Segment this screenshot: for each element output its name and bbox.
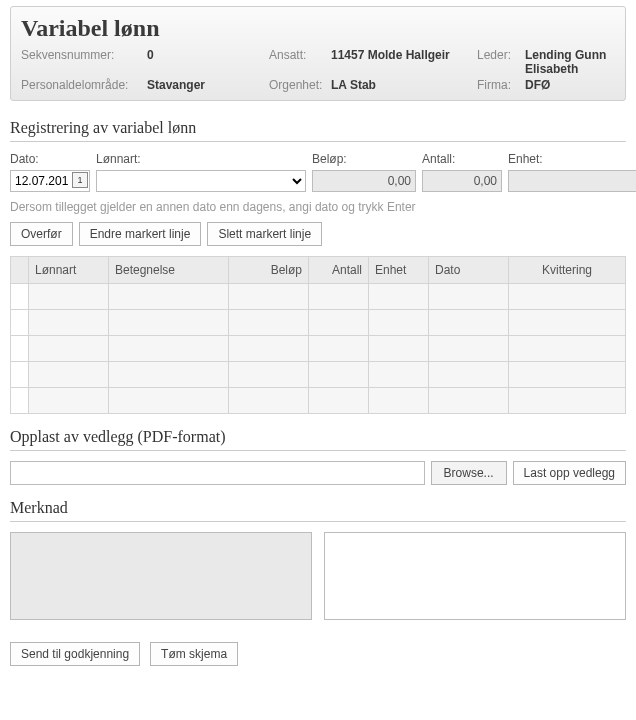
leader-label: Leder: — [477, 48, 519, 76]
amount-label: Beløp: — [312, 152, 416, 166]
date-label: Dato: — [10, 152, 90, 166]
col-unit: Enhet — [369, 257, 429, 284]
delete-line-button[interactable]: Slett markert linje — [207, 222, 322, 246]
table-row[interactable] — [11, 362, 626, 388]
calendar-icon[interactable]: 1 — [72, 172, 88, 188]
col-wage-type: Lønnart — [29, 257, 109, 284]
note-input-box[interactable] — [324, 532, 626, 620]
upload-button[interactable]: Last opp vedlegg — [513, 461, 626, 485]
seq-value: 0 — [147, 48, 154, 76]
lines-table: Lønnart Betegnelse Beløp Antall Enhet Da… — [10, 256, 626, 414]
note-title: Merknad — [10, 499, 626, 522]
table-row[interactable] — [11, 284, 626, 310]
employee-label: Ansatt: — [269, 48, 325, 76]
browse-button[interactable]: Browse... — [431, 461, 507, 485]
amount-input[interactable] — [312, 170, 416, 192]
page-title: Variabel lønn — [21, 15, 615, 42]
table-row[interactable] — [11, 388, 626, 414]
area-label: Personaldelområde: — [21, 78, 141, 92]
upload-title: Opplast av vedlegg (PDF-format) — [10, 428, 626, 451]
unit-input[interactable] — [508, 170, 636, 192]
unit-label: Enhet: — [508, 152, 636, 166]
quantity-label: Antall: — [422, 152, 502, 166]
col-date: Dato — [429, 257, 509, 284]
table-row[interactable] — [11, 336, 626, 362]
upload-path-input[interactable] — [10, 461, 425, 485]
table-row[interactable] — [11, 310, 626, 336]
registration-hint: Dersom tillegget gjelder en annen dato e… — [10, 200, 626, 214]
orgunit-value: LA Stab — [331, 78, 376, 92]
col-select — [11, 257, 29, 284]
orgunit-label: Orgenhet: — [269, 78, 325, 92]
registration-title: Registrering av variabel lønn — [10, 119, 626, 142]
leader-value: Lending Gunn Elisabeth — [525, 48, 615, 76]
submit-button[interactable]: Send til godkjenning — [10, 642, 140, 666]
edit-line-button[interactable]: Endre markert linje — [79, 222, 202, 246]
area-value: Stavanger — [147, 78, 205, 92]
note-readonly-box — [10, 532, 312, 620]
company-label: Firma: — [477, 78, 519, 92]
company-value: DFØ — [525, 78, 550, 92]
transfer-button[interactable]: Overfør — [10, 222, 73, 246]
wage-type-label: Lønnart: — [96, 152, 306, 166]
registration-fields: Dato: 1 Lønnart: Beløp: Antall: Enhet: — [10, 152, 626, 192]
col-quantity: Antall — [309, 257, 369, 284]
header-box: Variabel lønn Sekvensnummer:0 Ansatt:114… — [10, 6, 626, 101]
seq-label: Sekvensnummer: — [21, 48, 141, 76]
clear-button[interactable]: Tøm skjema — [150, 642, 238, 666]
col-amount: Beløp — [229, 257, 309, 284]
col-description: Betegnelse — [109, 257, 229, 284]
quantity-input[interactable] — [422, 170, 502, 192]
employee-value: 11457 Molde Hallgeir — [331, 48, 450, 76]
wage-type-select[interactable] — [96, 170, 306, 192]
col-receipt: Kvittering — [509, 257, 626, 284]
